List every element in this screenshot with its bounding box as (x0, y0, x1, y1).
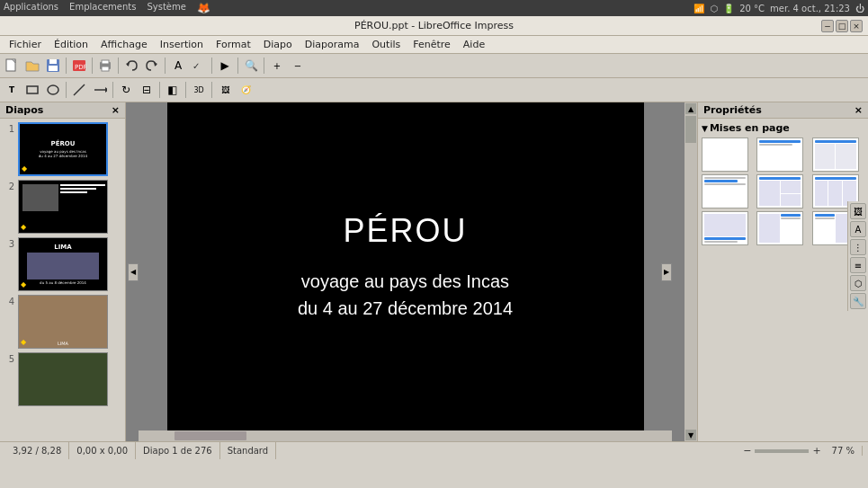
properties-panel-header: Propriétés × (698, 102, 868, 119)
firefox-icon: 🦊 (197, 2, 210, 14)
menu-fichier[interactable]: Fichier (4, 37, 47, 52)
gallery-button[interactable]: 🖼 (215, 80, 235, 100)
text-box-button[interactable]: T (2, 80, 22, 100)
zoom-in-status-button[interactable]: + (812, 445, 820, 457)
line-button[interactable] (69, 80, 89, 100)
slide-thumb-3[interactable]: LIMA du 5 au 8 décembre 2014 ◆ (18, 237, 108, 291)
spell-check-button[interactable]: ✓ (189, 56, 209, 75)
arrow-button[interactable] (90, 80, 110, 100)
save-button[interactable] (43, 56, 63, 75)
print-button[interactable] (95, 56, 115, 75)
slide-canvas[interactable]: PÉROU voyage au pays des Incas du 4 au 2… (167, 102, 644, 430)
menu-diapo[interactable]: Diapo (258, 37, 298, 52)
maximize-button[interactable]: □ (836, 20, 848, 32)
prop-icon-3[interactable]: ⋮ (850, 239, 866, 255)
slide-num-3: 3 (4, 239, 14, 249)
status-bar: 3,92 / 8,28 0,00 x 0,00 Diapo 1 de 276 S… (0, 441, 868, 459)
h-scrollbar[interactable] (139, 430, 672, 441)
close-button[interactable]: × (850, 20, 863, 32)
expand-icon[interactable]: ▼ (702, 124, 708, 133)
battery-icon: 🔋 (723, 4, 734, 13)
prop-icon-4[interactable]: ≡ (850, 257, 866, 273)
places-menu[interactable]: Emplacements (69, 2, 136, 14)
slide-item-5[interactable]: 5 (4, 352, 121, 406)
menu-outils[interactable]: Outils (366, 37, 406, 52)
datetime: mer. 4 oct., 21:23 (770, 4, 850, 13)
slide-thumb-2[interactable]: ◆ (18, 180, 108, 234)
redo-button[interactable] (142, 56, 162, 75)
cursor-position: 3,92 / 8,28 (5, 442, 69, 459)
prop-icon-1[interactable]: 🖼 (850, 203, 866, 219)
layout-5[interactable] (756, 174, 803, 209)
window-title: PÉROU.ppt - LibreOffice Impress (354, 20, 514, 31)
font-color-button[interactable]: A (168, 56, 188, 75)
pdf-button[interactable]: PDF (69, 56, 89, 75)
prev-slide-button[interactable]: ◀ (128, 263, 139, 281)
new-button[interactable] (2, 56, 22, 75)
zoom-slider[interactable] (755, 449, 809, 453)
layout-title-top[interactable] (756, 138, 803, 172)
layout-7[interactable] (702, 211, 748, 245)
menu-insertion[interactable]: Insertion (155, 37, 209, 52)
edit-area-wrapper: ◀ PÉROU voyage au pays des Incas du 4 au… (126, 102, 685, 441)
slide-item-2[interactable]: 2 ◆ (4, 180, 121, 234)
slide-thumb-4[interactable]: ◆ LIMA (18, 295, 108, 349)
menu-aide[interactable]: Aide (458, 37, 490, 52)
rotate-button[interactable]: ↻ (116, 80, 136, 100)
slide-thumb-1[interactable]: PÉROU voyage au pays des Incasdu 4 au 27… (18, 122, 108, 176)
layout-two-cols[interactable] (812, 138, 859, 172)
slides-panel-title: Diapos (5, 104, 43, 116)
zoom-out-button[interactable]: − (288, 56, 308, 75)
svg-marker-16 (105, 87, 107, 93)
undo-button[interactable] (121, 56, 141, 75)
find-button[interactable]: 🔍 (241, 56, 261, 75)
layout-blank[interactable] (702, 138, 748, 172)
next-slide-button[interactable]: ▶ (661, 263, 672, 281)
zoom-in-button[interactable]: + (267, 56, 287, 75)
menu-fenetre[interactable]: Fenêtre (407, 37, 456, 52)
v-scrollbar[interactable]: ▲ ▼ (685, 102, 697, 441)
menu-diaporama[interactable]: Diaporama (300, 37, 365, 52)
slide-item-1[interactable]: 1 PÉROU voyage au pays des Incasdu 4 au … (4, 122, 121, 176)
svg-rect-8 (102, 67, 109, 71)
svg-rect-3 (49, 66, 58, 71)
menu-affichage[interactable]: Affichage (95, 37, 153, 52)
layout-4[interactable] (702, 174, 748, 209)
presentation-button[interactable]: ▶ (215, 56, 235, 75)
layout-grid (702, 138, 864, 245)
3d-on-off-button[interactable]: 3D (189, 80, 209, 100)
navigator-button[interactable]: 🧭 (236, 80, 255, 100)
properties-close[interactable]: × (855, 104, 863, 116)
shadow-button[interactable]: ◧ (163, 80, 183, 100)
prop-icon-2[interactable]: A (850, 221, 866, 237)
properties-panel: Propriétés × ▼ Mises en page (697, 102, 868, 441)
zoom-out-status-button[interactable]: − (743, 445, 751, 457)
title-bar: PÉROU.ppt - LibreOffice Impress − □ × (0, 16, 868, 36)
svg-text:PDF: PDF (75, 64, 86, 71)
layouts-section-label: Mises en page (710, 122, 790, 134)
slides-panel: Diapos × 1 PÉROU voyage au pays des Inca… (0, 102, 126, 441)
minimize-button[interactable]: − (821, 20, 834, 32)
slide-icon-2: ◆ (21, 223, 26, 231)
prop-icon-5[interactable]: ⬡ (850, 275, 866, 291)
menu-format[interactable]: Format (210, 37, 256, 52)
system-menu[interactable]: Système (147, 2, 185, 14)
align-button[interactable]: ⊟ (137, 80, 157, 100)
object-size: 0,00 x 0,00 (69, 442, 136, 459)
slide-item-3[interactable]: 3 LIMA du 5 au 8 décembre 2014 ◆ (4, 237, 121, 291)
view-mode: Standard (220, 442, 277, 459)
slide-num-5: 5 (4, 354, 14, 364)
menu-edition[interactable]: Édition (49, 37, 94, 52)
rectangle-button[interactable] (22, 80, 42, 100)
ellipse-button[interactable] (43, 80, 63, 100)
svg-line-14 (74, 84, 85, 95)
slide-item-4[interactable]: 4 ◆ LIMA (4, 295, 121, 349)
open-button[interactable] (22, 56, 42, 75)
slide-num-4: 4 (4, 297, 14, 306)
apps-menu[interactable]: Applications (4, 2, 58, 14)
prop-icon-6[interactable]: 🔧 (850, 293, 866, 309)
layout-8[interactable] (756, 211, 803, 245)
slides-panel-close[interactable]: × (112, 104, 120, 116)
menu-bar: Fichier Édition Affichage Insertion Form… (0, 36, 868, 54)
slide-thumb-5[interactable] (18, 352, 108, 406)
